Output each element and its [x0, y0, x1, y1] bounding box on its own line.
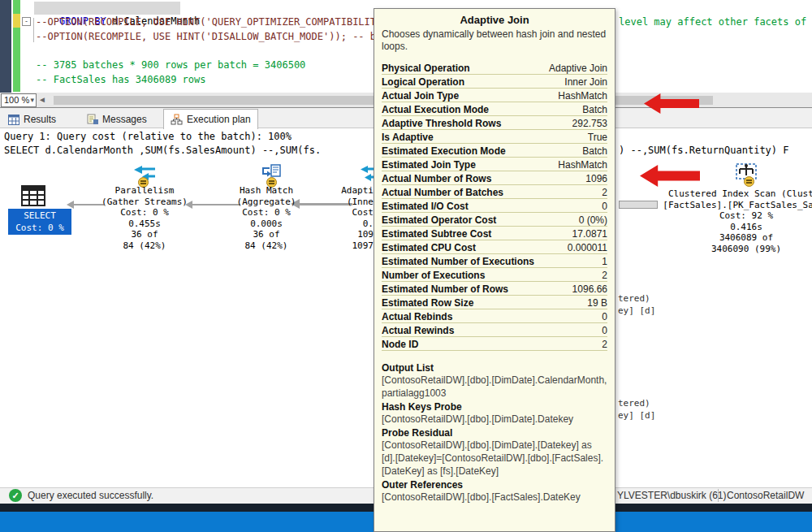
- tooltip-row-name: Physical Operation: [382, 63, 470, 74]
- tooltip-row: Number of Executions2: [382, 268, 607, 282]
- messages-icon: [87, 114, 98, 125]
- node-text-line: 109: [321, 229, 374, 240]
- tooltip-description: Chooses dynamically between hash join an…: [382, 28, 607, 53]
- tooltip-sections: Output List[ContosoRetailDW].[dbo].[DimD…: [382, 362, 607, 504]
- tooltip-row: Actual Number of Rows1096: [382, 171, 607, 185]
- tooltip-row-value: Adaptive Join: [549, 63, 607, 74]
- tooltip-row: Estimated Row Size19 B: [382, 296, 607, 309]
- editor-left-margin: [0, 0, 11, 93]
- tooltip-row-value: 0: [602, 201, 607, 212]
- code-line-6: -- FactSales has 3406089 rows: [36, 73, 206, 86]
- code-collapse-toggle[interactable]: -: [22, 17, 31, 26]
- hidden-element-fragment: [619, 201, 658, 209]
- tooltip-row-name: Actual Rewinds: [382, 325, 454, 336]
- tooltip-row: Actual Join TypeHashMatch: [382, 89, 607, 102]
- tab-messages[interactable]: Messages: [80, 110, 153, 128]
- node-text-line: Cost: 0 %: [88, 207, 201, 218]
- tooltip-row-value: 0: [602, 325, 607, 336]
- node-text-line: (Aggregate): [209, 197, 323, 208]
- scope-guide-line: [33, 18, 34, 42]
- tooltip-section-value: [ContosoRetailDW].[dbo].[DimDate].Dateke…: [382, 413, 607, 426]
- node-text-line: 3406090 (99%): [637, 244, 812, 255]
- tooltip-row: Estimated Operator Cost0 (0%): [382, 213, 607, 227]
- node-text-line: Adapti: [321, 185, 374, 197]
- node-text-line: 36 of: [88, 229, 201, 240]
- editor-zoom-select[interactable]: 100 % ▾: [1, 93, 37, 107]
- tooltip-row-value: Batch: [582, 104, 607, 115]
- tooltip-row: Adaptive Threshold Rows292.753: [382, 116, 607, 130]
- tooltip-row: Physical OperationAdaptive Join: [382, 61, 607, 75]
- tab-execution-plan-label: Execution plan: [187, 114, 251, 125]
- parallelism-node-label[interactable]: Parallelism(Gather Streams)Cost: 0 %0.45…: [88, 185, 201, 251]
- node-text-line: 0.416s: [637, 222, 812, 233]
- tooltip-section-value: [ContosoRetailDW].[dbo].[FactSales].Date…: [382, 491, 607, 504]
- code-line-5: -- 3785 batches * 900 rows per batch = 3…: [36, 58, 305, 71]
- node-text-line: (Gather Streams): [88, 197, 201, 208]
- node-text-line: tered): [618, 397, 655, 409]
- tooltip-section-label: Output List: [382, 362, 607, 374]
- hscroll-left-arrow-icon[interactable]: ◄: [38, 95, 46, 104]
- editor-zoom-value: 100 %: [4, 95, 29, 105]
- node-text-line: 36 of: [209, 229, 323, 240]
- chevron-down-icon: ▾: [30, 96, 34, 104]
- tooltip-section-label: Hash Keys Probe: [382, 401, 607, 413]
- tooltip-row-value: HashMatch: [558, 159, 607, 171]
- node-text-line: 0.455s: [88, 218, 201, 230]
- node-text-line: ey] [d]: [618, 409, 655, 422]
- tooltip-row: Estimated Subtree Cost17.0871: [382, 227, 607, 240]
- node-text-line: Cost: 0 %: [209, 207, 323, 218]
- tab-results-label: Results: [24, 114, 56, 125]
- tooltip-row-value: HashMatch: [558, 90, 607, 102]
- tooltip-section-label: Probe Residual: [382, 427, 607, 439]
- hash-match-node-label[interactable]: Hash Match(Aggregate)Cost: 0 %0.000s36 o…: [209, 185, 323, 251]
- tooltip-row: Estimated Number of Executions1: [382, 254, 607, 268]
- tab-execution-plan[interactable]: Execution plan: [163, 109, 258, 129]
- tab-results[interactable]: Results: [2, 110, 63, 128]
- tooltip-row-value: 2: [602, 339, 607, 350]
- tooltip-row: Actual Rewinds0: [382, 323, 607, 337]
- tooltip-row: Estimated Number of Rows1096.66: [382, 282, 607, 296]
- node-text-line: Parallelism: [88, 185, 201, 197]
- code-line-2: --OPTION(RECOMPILE, USE HINT('QUERY_OPTI…: [36, 15, 374, 28]
- change-tracking-bar-yellow: [13, 14, 20, 28]
- tooltip-row-value: 0: [602, 311, 607, 322]
- tooltip-row-name: Estimated Number of Rows: [382, 283, 508, 295]
- node-text-line: Cost: 0 %: [8, 222, 71, 234]
- tooltip-row-value: 17.0871: [572, 228, 607, 240]
- tooltip-row-value: Batch: [582, 145, 607, 157]
- plan-query-text-line: SELECT d.CalendarMonth ,SUM(fs.SalesAmou…: [4, 145, 374, 156]
- tooltip-row-value: Inner Join: [564, 76, 607, 88]
- execution-plan-icon: [171, 114, 183, 126]
- success-check-icon: ✓: [9, 489, 22, 502]
- adaptive-join-icon-fragment[interactable]: [358, 165, 374, 183]
- index-scan-node-label[interactable]: Clustered Index Scan (Cluster[FactSales]…: [637, 188, 812, 254]
- tooltip-row-name: Estimated Row Size: [382, 297, 473, 309]
- code-line-2-right-fragment: level may affect other facets of t: [619, 15, 812, 28]
- tooltip-row-value: 1096: [585, 173, 607, 184]
- tooltip-row-name: Number of Executions: [382, 270, 485, 281]
- tooltip-row: Is AdaptiveTrue: [382, 130, 607, 144]
- node-text-line: tered): [618, 292, 655, 305]
- tooltip-row: Estimated CPU Cost0.000011: [382, 240, 607, 254]
- tooltip-row-name: Actual Number of Rows: [382, 173, 491, 184]
- status-message: Query executed successfully.: [28, 490, 153, 501]
- tooltip-row-name: Estimated I/O Cost: [382, 201, 469, 212]
- tooltip-row-name: Is Adaptive: [382, 132, 434, 143]
- tooltip-row-name: Estimated Execution Mode: [382, 145, 506, 157]
- node-text-line: 0.000s: [209, 218, 323, 230]
- node-text-line: Cost: 92 %: [637, 210, 812, 222]
- tooltip-row: Estimated Execution ModeBatch: [382, 144, 607, 158]
- select-node-label[interactable]: SELECTCost: 0 %: [8, 209, 71, 235]
- select-result-icon[interactable]: [21, 185, 45, 206]
- tooltip-title: Adaptive Join: [382, 14, 607, 26]
- hidden-node-fragment-1: tered)ey] [d]: [618, 292, 655, 317]
- tooltip-row: Estimated Join TypeHashMatch: [382, 158, 607, 171]
- index-scan-badge-icon: [744, 176, 754, 187]
- tab-messages-label: Messages: [102, 114, 147, 125]
- tooltip-section-value: [ContosoRetailDW].[dbo].[DimDate].Calend…: [382, 374, 607, 400]
- node-text-line: 84 (42%): [209, 240, 323, 252]
- tooltip-row: Estimated I/O Cost0: [382, 199, 607, 213]
- tooltip-row-name: Actual Join Type: [382, 90, 459, 102]
- adaptive-join-node-label-fragment[interactable]: Adapti(InneCost0.1091097: [321, 185, 374, 251]
- flow-arrowhead-icon: [67, 201, 74, 209]
